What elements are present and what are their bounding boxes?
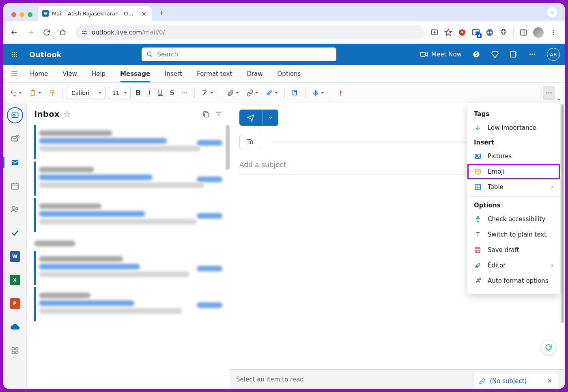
rail-newmail-icon[interactable] xyxy=(7,131,23,147)
menu-auto-format[interactable]: Auto format options xyxy=(467,273,560,289)
skype-icon[interactable]: S xyxy=(472,50,480,58)
ribbon-overflow-button[interactable] xyxy=(543,86,555,100)
sensitivity-button[interactable] xyxy=(289,86,301,100)
select-mode-icon[interactable] xyxy=(202,110,209,118)
mail-item[interactable] xyxy=(34,125,222,159)
more-suite-icon[interactable] xyxy=(528,50,536,58)
mail-scrollbar[interactable] xyxy=(226,125,230,170)
app-brand[interactable]: Outlook xyxy=(29,50,62,59)
compose-scrollbar[interactable] xyxy=(560,103,565,389)
menu-accessibility[interactable]: Check accessibility xyxy=(467,211,560,227)
nav-forward-icon[interactable] xyxy=(24,26,37,39)
underline-button[interactable]: U xyxy=(155,86,165,100)
close-compose-icon[interactable]: ✕ xyxy=(547,377,552,385)
menu-plain-text[interactable]: Switch to plain text xyxy=(467,227,560,242)
tab-draw[interactable]: Draw xyxy=(239,65,270,82)
extension-glasses-icon[interactable] xyxy=(486,28,494,37)
send-split-button[interactable] xyxy=(239,110,278,126)
more-formatting-icon[interactable] xyxy=(179,86,190,100)
bookmark-star-icon[interactable] xyxy=(444,28,452,37)
profile-avatar-icon[interactable] xyxy=(533,27,544,38)
rail-powerpoint-icon[interactable]: P xyxy=(7,295,23,312)
filter-icon[interactable] xyxy=(215,110,222,118)
clear-formatting-button[interactable] xyxy=(199,86,216,100)
install-app-icon[interactable] xyxy=(430,28,439,37)
menu-pictures[interactable]: Pictures xyxy=(467,149,560,164)
tab-insert[interactable]: Insert xyxy=(157,65,189,82)
italic-button[interactable]: I xyxy=(146,86,153,100)
font-size-select[interactable]: 11 xyxy=(108,87,131,99)
attach-button[interactable] xyxy=(224,86,241,100)
link-button[interactable] xyxy=(244,86,261,100)
bold-button[interactable]: B xyxy=(133,86,144,100)
menu-save-draft[interactable]: Save draft xyxy=(467,242,560,258)
home-icon[interactable] xyxy=(56,26,70,39)
menu-table[interactable]: Table› xyxy=(467,179,560,195)
tab-message[interactable]: Message xyxy=(113,65,157,82)
site-settings-icon[interactable] xyxy=(81,29,88,36)
ribbon-expand-icon[interactable] xyxy=(556,83,562,103)
menu-dots-icon[interactable] xyxy=(549,28,557,37)
close-window-icon[interactable] xyxy=(11,12,16,17)
premium-icon[interactable] xyxy=(491,50,499,58)
minimize-window-icon[interactable] xyxy=(19,12,24,17)
picture-icon xyxy=(474,153,482,160)
nav-toggle-icon[interactable] xyxy=(6,70,23,78)
search-input[interactable] xyxy=(157,51,331,58)
close-tab-icon[interactable]: ✕ xyxy=(141,10,148,17)
rail-mail-icon[interactable] xyxy=(7,154,23,170)
tab-view[interactable]: View xyxy=(55,65,84,82)
signature-button[interactable] xyxy=(263,86,280,100)
mail-item[interactable] xyxy=(34,162,222,196)
undo-button[interactable] xyxy=(7,86,24,100)
nav-back-icon[interactable] xyxy=(7,26,21,39)
reload-icon[interactable] xyxy=(40,26,54,39)
menu-emoji[interactable]: Emoji xyxy=(467,164,560,179)
rail-todo-icon[interactable] xyxy=(7,225,23,241)
strikethrough-button[interactable]: S xyxy=(168,86,176,100)
tab-format-text[interactable]: Format text xyxy=(189,65,239,82)
side-panel-icon[interactable] xyxy=(519,28,527,37)
meet-now-button[interactable]: Meet Now xyxy=(420,50,462,58)
search-box[interactable] xyxy=(142,47,336,61)
rail-word-icon[interactable]: W xyxy=(7,248,23,265)
rail-outlook-icon[interactable] xyxy=(7,107,23,123)
rail-excel-icon[interactable]: X xyxy=(7,272,23,288)
favorite-star-icon[interactable]: ☆ xyxy=(64,109,71,119)
mail-item[interactable] xyxy=(34,251,222,285)
tab-help[interactable]: Help xyxy=(84,65,113,82)
mail-items[interactable] xyxy=(27,125,230,389)
font-name-select[interactable]: Calibri xyxy=(67,87,105,99)
paste-button[interactable] xyxy=(27,86,44,100)
compose-tab[interactable]: (No subject) ✕ xyxy=(473,373,558,389)
menu-low-importance[interactable]: Low importance xyxy=(467,120,560,136)
menu-editor[interactable]: Editor› xyxy=(467,258,560,273)
rail-calendar-icon[interactable] xyxy=(7,178,23,194)
rail-onedrive-icon[interactable] xyxy=(7,319,23,335)
new-tab-button[interactable] xyxy=(156,7,167,19)
format-painter-button[interactable] xyxy=(46,86,58,100)
high-importance-button[interactable] xyxy=(335,86,346,100)
address-bar[interactable]: outlook.live.com/mail/0/ xyxy=(75,25,425,40)
maximize-window-icon[interactable] xyxy=(28,12,32,17)
onenote-icon[interactable] xyxy=(510,50,518,58)
grammarly-icon[interactable] xyxy=(541,340,556,355)
pwa-extension-icon[interactable]: 4 xyxy=(472,28,480,37)
tab-overflow-icon[interactable] xyxy=(547,7,557,18)
mail-item[interactable] xyxy=(34,287,222,321)
tab-options[interactable]: Options xyxy=(270,65,308,82)
browser-tab[interactable]: Mail - Atish Rajasekharan - O… ✕ xyxy=(38,6,152,21)
send-button[interactable] xyxy=(239,110,262,126)
extensions-icon[interactable] xyxy=(499,28,508,37)
ublock-extension-icon[interactable] xyxy=(458,28,466,37)
window-controls[interactable] xyxy=(11,12,32,17)
rail-more-apps-icon[interactable] xyxy=(7,342,23,359)
rail-people-icon[interactable] xyxy=(7,201,23,218)
account-avatar[interactable]: AR xyxy=(547,48,560,61)
send-options-button[interactable] xyxy=(262,110,278,126)
to-button[interactable]: To xyxy=(239,135,261,149)
tab-home[interactable]: Home xyxy=(23,65,55,82)
dictate-button[interactable] xyxy=(310,86,327,100)
mail-item[interactable] xyxy=(34,198,222,232)
app-launcher-icon[interactable] xyxy=(8,48,21,61)
